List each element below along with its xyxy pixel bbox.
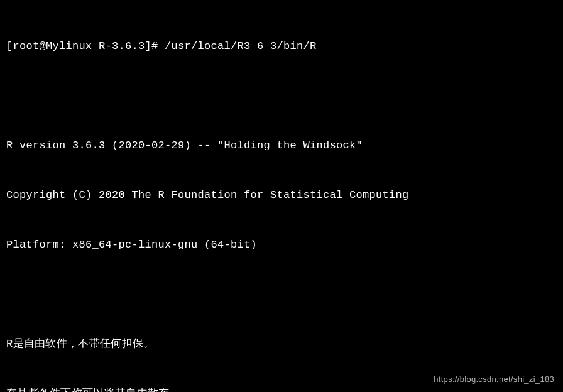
blank-line: [6, 286, 557, 303]
platform-line: Platform: x86_64-pc-linux-gnu (64-bit): [6, 237, 557, 253]
copyright-line: Copyright (C) 2020 The R Foundation for …: [6, 187, 557, 204]
terminal-output[interactable]: [root@Mylinux R-3.6.3]# /usr/local/R3_6_…: [6, 5, 557, 392]
watermark-text: https://blog.csdn.net/shi_zi_183: [434, 373, 554, 386]
command-line: [root@Mylinux R-3.6.3]# /usr/local/R3_6_…: [6, 38, 557, 55]
free-software-line-1: R是自由软件，不带任何担保。: [6, 336, 557, 352]
blank-line: [6, 88, 557, 104]
free-software-line-2: 在某些条件下你可以将其自由散布。: [6, 386, 557, 392]
r-version-line: R version 3.6.3 (2020-02-29) -- "Holding…: [6, 138, 557, 154]
